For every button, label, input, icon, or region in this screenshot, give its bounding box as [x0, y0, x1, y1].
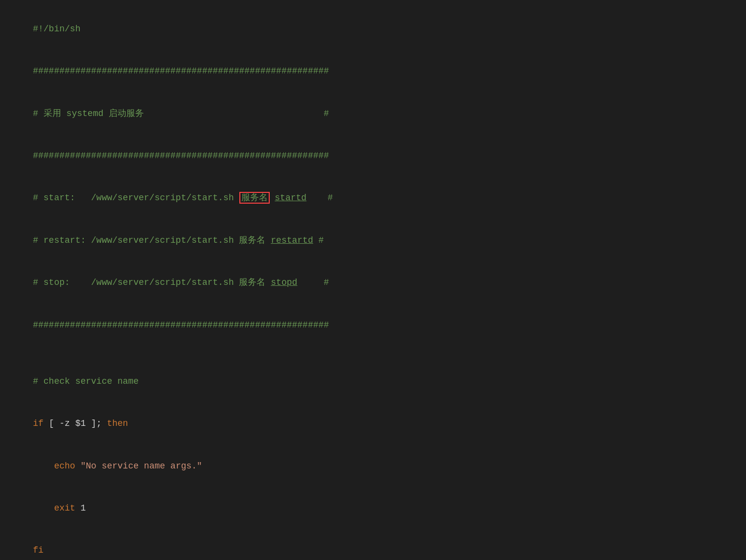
line-check-comment: # check service name	[12, 360, 734, 402]
line-exit: exit 1	[12, 487, 734, 529]
line-comment-start: # start: /www/server/script/start.sh 服务名…	[12, 177, 734, 219]
line-blank1	[12, 346, 734, 360]
line-sep1: ########################################…	[12, 50, 734, 92]
line-fi1: fi	[12, 529, 734, 560]
code-viewer: #!/bin/sh ##############################…	[0, 0, 746, 560]
line-comment-stop: # stop: /www/server/script/start.sh 服务名 …	[12, 261, 734, 303]
line-comment-systemd: # 采用 systemd 启动服务 #	[12, 93, 734, 135]
line-sep2: ########################################…	[12, 135, 734, 177]
line-shebang: #!/bin/sh	[12, 8, 734, 50]
line-sep3: ########################################…	[12, 304, 734, 346]
line-comment-restart: # restart: /www/server/script/start.sh 服…	[12, 219, 734, 261]
line-if-check: if [ -z $1 ]; then	[12, 402, 734, 444]
line-echo-no-service: echo "No service name args."	[12, 445, 734, 487]
